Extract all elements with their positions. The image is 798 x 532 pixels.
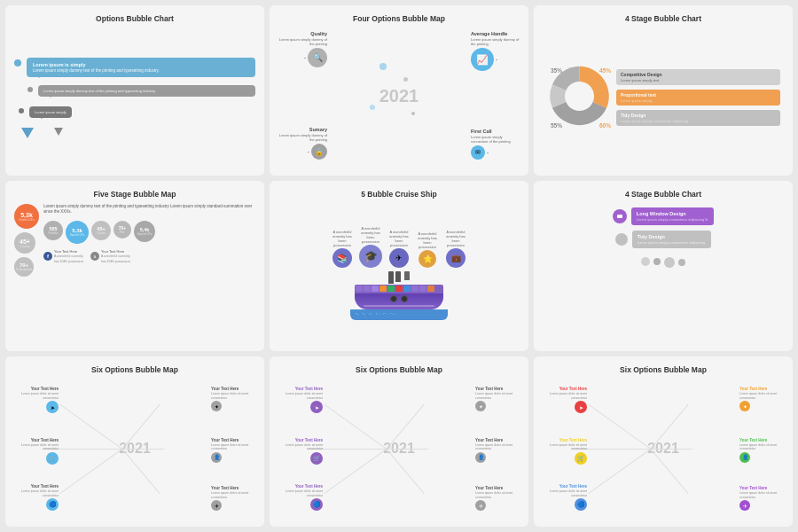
slide1-bubbles: Lorem ipsum is simply Lorem ipsum simply… (14, 58, 255, 138)
svg-line-5 (60, 450, 122, 494)
svg-line-2 (122, 404, 160, 449)
svg-point-0 (565, 82, 594, 111)
svg-line-6 (122, 450, 160, 494)
svg-line-12 (387, 450, 424, 494)
bubble-quality: Quality Lorem ipsum simply dummy of the … (278, 31, 327, 67)
stage6-sublabel1: Lorem ipsum simply consectetur adipiscin… (637, 217, 708, 222)
stage-long-window: Long Window Design Lorem ipsum simply co… (613, 207, 714, 225)
slide9-content: 2021 Your Text Here Lorem ipsum dolor si… (543, 379, 784, 518)
slide5-title: 5 Bubble Cruise Ship (361, 190, 437, 199)
bubble-firstcall: First Call Lorem ipsum simply connection… (471, 129, 520, 160)
stat-70: 70+ Professionals (14, 257, 34, 277)
slide6-title: 4 Stage Bubble Chart (625, 190, 701, 199)
slide4-right: Lorem ipsum simply dummy text of the pri… (43, 204, 255, 263)
slide3-content: 35% 45% 55% 60% Competitive Design Lorem… (543, 28, 784, 167)
stat-5k3: 5,3k Grand GFs (14, 204, 39, 229)
slide-5bubble-cruise-ship: 5 Bubble Cruise Ship A wonderful amenity… (270, 181, 528, 351)
cruise-bubbles-row: A wonderful amenity has been possession … (330, 226, 468, 269)
slide4-left-stats: 5,3k Grand GFs 45+ Counts 70+ Profession… (14, 204, 39, 277)
bubble-average: Average Handle Lorem ipsum simply dummy … (471, 31, 520, 71)
slide-five-stage-bubble-map: Five Stage Bubble Map 5,3k Grand GFs 45+… (5, 181, 264, 351)
slide6-content: Long Window Design Lorem ipsum simply co… (543, 204, 784, 342)
stat-45: 45+ Counts (14, 232, 35, 254)
svg-line-14 (651, 404, 688, 449)
stage-legend: Competitive Design Lorem ipsum simply te… (613, 69, 780, 126)
stage6-label2: Tidy Design (638, 234, 706, 239)
slide4-content: 5,3k Grand GFs 45+ Counts 70+ Profession… (14, 204, 255, 342)
ship-illustration: 〜〜〜〜〜〜 〜〜〜〜〜〜〜 (350, 271, 448, 320)
year-label: 2021 (379, 86, 419, 106)
stage6-sublabel2: Lorem ipsum simply consectetur adipiscin… (638, 240, 706, 245)
svg-line-17 (589, 450, 651, 494)
slide4-description: Lorem ipsum simply dummy text of the pri… (43, 204, 255, 215)
svg-line-1 (60, 404, 122, 449)
slide5-content: A wonderful amenity has been possession … (278, 204, 520, 342)
bubble-summary: Sumary Lorem ipsum simply dummy of the p… (278, 127, 327, 160)
slide-six-options-purple: Six Options Bubble Map 2021 Your Text He… (270, 356, 528, 527)
bubble2: Lorem ipsum simply dummy text of the pri… (38, 85, 255, 97)
slide8-content: 2021 Your Text Here Lorem ipsum dolor si… (278, 379, 520, 518)
slide7-content: 2021 Your Text Here Lorem ipsum dolor si… (14, 379, 255, 518)
stage6-label1: Long Window Design (637, 211, 708, 216)
slide1-title: Options Bubble Chart (96, 14, 174, 23)
slide9-title: Six Options Bubble Map (620, 365, 707, 374)
svg-line-18 (651, 450, 688, 494)
stage-tidy: Tidy Design Lorem ipsum simply consectet… (615, 231, 711, 248)
svg-line-8 (387, 404, 424, 449)
svg-line-13 (589, 404, 651, 449)
legend-tidy: Tidy Design Lorem ipsum simply consectet… (616, 110, 780, 126)
slide2-title: Four Options Bubble Map (353, 14, 445, 23)
slide-four-options-bubble-map: Four Options Bubble Map 2021 Quality Lor… (270, 5, 528, 176)
pie-chart: 35% 45% 55% 60% (546, 63, 613, 133)
bubble3: Lorem ipsum simply (29, 106, 72, 118)
svg-line-7 (325, 404, 387, 449)
bubble1: Lorem ipsum is simply Lorem ipsum simply… (27, 58, 255, 77)
slide1-content: Lorem ipsum is simply Lorem ipsum simply… (14, 28, 255, 167)
legend-competitive: Competitive Design Lorem ipsum simply te… (616, 69, 780, 85)
svg-line-11 (325, 450, 387, 494)
slide-4stage-bubble-chart: 4 Stage Bubble Chart 35% 45% 55% 60% (534, 5, 793, 176)
slide-six-options-multicolor: Six Options Bubble Map 2021 Your Text He… (534, 356, 793, 527)
slide7-title: Six Options Bubble Map (91, 365, 178, 374)
slide8-title: Six Options Bubble Map (356, 365, 442, 374)
slide-options-bubble-chart: Options Bubble Chart Lorem ipsum is simp… (5, 5, 264, 176)
slide4-title: Five Stage Bubble Map (93, 190, 176, 199)
slide2-content: 2021 Quality Lorem ipsum simply dummy of… (278, 28, 520, 167)
legend-proportional: Proportional text Lorem ipsum simply (616, 90, 780, 106)
slide3-title: 4 Stage Bubble Chart (625, 14, 701, 23)
slide-six-options-gray: Six Options Bubble Map 2021 Your Text He… (5, 356, 264, 527)
slide-4stage-bubble-chart-right: 4 Stage Bubble Chart Long Window Design … (534, 181, 793, 351)
